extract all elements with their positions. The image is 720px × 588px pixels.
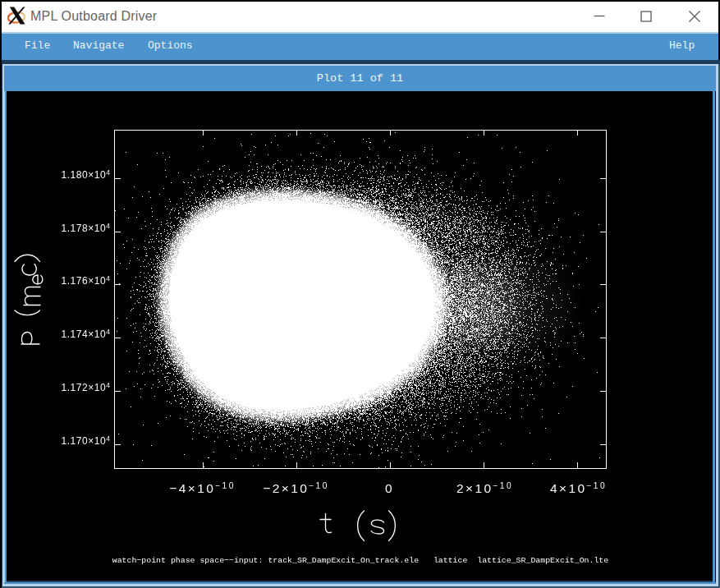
svg-text:0: 0: [385, 480, 394, 494]
svg-text:watch−point phase space−−input: watch−point phase space−−input: track_SR…: [112, 556, 609, 565]
svg-text:−2×10−10: −2×10−10: [263, 480, 328, 494]
svg-text:1.174×104: 1.174×104: [61, 327, 110, 339]
svg-text:4×10−10: 4×10−10: [550, 480, 607, 494]
svg-text:1.172×104: 1.172×104: [61, 380, 110, 393]
svg-text:2×10−10: 2×10−10: [456, 480, 513, 494]
svg-text:1.176×104: 1.176×104: [61, 273, 110, 286]
svg-text:−4×10−10: −4×10−10: [169, 480, 235, 494]
svg-text:1.170×104: 1.170×104: [61, 434, 110, 446]
svg-text:1.178×104: 1.178×104: [61, 221, 110, 233]
svg-text:1.180×104: 1.180×104: [61, 168, 110, 180]
